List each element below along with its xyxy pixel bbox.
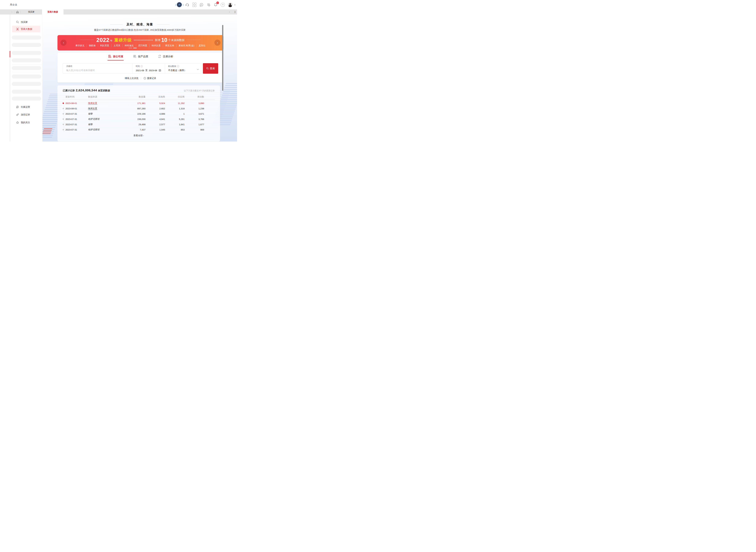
keyword-input[interactable]: 输入至少2位公司名称关键词	[66, 69, 129, 72]
timeline-dot	[62, 103, 64, 104]
banner-headline: ············· 2022 年 重磅升级 >>>>>>>>>>>>>>…	[57, 37, 223, 43]
product-search-icon	[133, 54, 137, 58]
calendar-icon	[159, 69, 161, 72]
notification-badge: 7	[216, 2, 219, 4]
timeline-dot	[62, 124, 64, 125]
timeline-dot	[62, 108, 64, 109]
sidebar-skeleton-item	[12, 75, 41, 79]
timeline-dot	[62, 113, 64, 115]
anchor-icon	[16, 27, 19, 30]
search-button[interactable]: 搜索	[203, 63, 218, 74]
continue-browsing-link[interactable]: 继续上次浏览	[125, 77, 139, 80]
table-row[interactable]: 2023-07-31 哈萨克斯坦 7,437 1,045 853 969	[63, 127, 215, 132]
headset-icon[interactable]	[185, 2, 189, 7]
view-all-link[interactable]: 查看全部›	[57, 134, 220, 137]
task-history-icon[interactable]	[206, 2, 211, 7]
apps-grid-icon[interactable]	[192, 2, 196, 7]
table-header: 更新时间 数据来源 数据量 采购商 供应商 类别数	[63, 96, 215, 98]
main-content: 及时、精准、海量 覆盖57个国家进口数据和44国出口数据,包含200个国家, 2…	[42, 14, 237, 142]
tab-back-button[interactable]: ‹	[10, 11, 14, 13]
shipping-data-field[interactable]: 船运数据 i 不含船运（推荐）	[165, 63, 201, 74]
banner-country: 尼日利亚	[136, 44, 149, 47]
analysis-icon	[158, 54, 162, 58]
pickaxe-icon	[16, 113, 19, 116]
ai-assistant-icon[interactable]: ( AI )	[176, 2, 182, 7]
records-note: 以下只显示最近3个月的更新记录	[184, 89, 215, 92]
banner-country: 利比里亚	[98, 44, 111, 47]
sidebar-item-my-follows[interactable]: 我的关注	[12, 119, 40, 126]
table-row[interactable]: 2023-08-01 纳米比亚 171,381 5,924 11,292 3,8…	[63, 101, 215, 106]
banner-country-list: 摩尔多瓦独联体利比里亚土耳其科特迪瓦尼日利亚纳米比亚博茨瓦纳莱索托 刚果(金)孟…	[57, 44, 223, 47]
hero-title-row: 及时、精准、海量	[42, 22, 237, 26]
table-row[interactable]: 2023-07-31 秘鲁 29,488 2,577 1,641 1,677	[63, 122, 215, 127]
sidebar-skeleton-item	[12, 43, 41, 47]
sidebar-skeleton-item	[12, 90, 41, 94]
search-card: 按公司查 按产品查	[57, 53, 223, 83]
page-title: 及时、精准、海量	[127, 22, 153, 26]
search-icon	[16, 21, 19, 24]
total-records-number: 2,624,006,544	[76, 89, 97, 92]
tab-find-buyers[interactable]: 找买家	[21, 9, 42, 14]
tab-trade-big-data[interactable]: 贸易大数据	[42, 9, 63, 14]
tab-more-icon[interactable]: ⋮	[234, 11, 236, 13]
whatsapp-icon[interactable]	[199, 2, 204, 7]
banner-added-count: 10	[161, 37, 167, 43]
banner-country: 莱索托 刚果(金)	[176, 44, 196, 47]
brand-text: 用企业	[10, 0, 17, 9]
banner-country: 孟加拉	[196, 44, 207, 47]
promo-banner[interactable]: ‹ › ············· 2022 年 重磅升级 >>>>>>>>>>…	[57, 35, 223, 50]
sidebar-item-trade-big-data[interactable]: 贸易大数据	[12, 26, 40, 32]
sidebar-skeleton-item	[12, 97, 41, 101]
time-range-field[interactable]: 时间 i 2021-09 至 2023-08	[132, 63, 165, 74]
table-row[interactable]: 2023-07-31 秘鲁 229,186 4,886 1 3,671	[63, 111, 215, 117]
sidebar-skeleton-item	[12, 66, 41, 70]
search-icon	[206, 67, 209, 70]
keyword-field[interactable]: 关键词 输入至少2位公司名称关键词	[63, 63, 132, 74]
table-row[interactable]: 2023-08-01 纳米比亚 897,260 2,602 1,318 1,23…	[63, 106, 215, 111]
company-search-icon	[108, 54, 112, 58]
home-icon[interactable]	[14, 11, 20, 13]
chat-bubble-icon	[16, 105, 19, 109]
quick-links: 继续上次浏览 搜索记录	[57, 77, 223, 80]
banner-country: 摩尔多瓦	[73, 44, 87, 47]
tab-search-by-product[interactable]: 按产品查	[133, 54, 148, 60]
search-history-link[interactable]: 搜索记录	[144, 77, 156, 80]
sidebar: 找买家 贸易大数据 社媒运营	[10, 14, 42, 142]
shipping-select[interactable]: 不含船运（推荐）	[168, 69, 198, 72]
banner-country: 独联体	[87, 44, 98, 47]
page-subtitle: 覆盖57个国家进口数据和44国出口数据,包含200个国家, 26亿条贸易数据,4…	[42, 29, 237, 31]
records-card: 已累计记录 2,624,006,544 条贸易数据 以下只显示最近3个月的更新记…	[57, 86, 220, 141]
header-icons: ( AI )	[176, 0, 236, 9]
banner-pager[interactable]	[129, 48, 137, 48]
banner-country: 土耳其	[111, 44, 123, 47]
time-info-icon[interactable]: i	[141, 65, 143, 67]
sidebar-item-find-buyers[interactable]: 找买家	[12, 19, 40, 25]
search-form: 关键词 输入至少2位公司名称关键词 时间 i 2021-09 至 2023-08	[63, 63, 218, 74]
table-row[interactable]: 2023-07-31 哈萨克斯坦 156,030 4,641 5,281 3,7…	[63, 117, 215, 122]
banner-country: 科特迪瓦	[123, 44, 136, 47]
top-header: 用企业 ( AI )	[0, 0, 237, 9]
account-chevron-down-icon[interactable]: ∨	[234, 4, 236, 6]
chevron-down-icon	[197, 69, 199, 70]
help-icon[interactable]: ?	[220, 2, 225, 7]
shipping-info-icon[interactable]: i	[177, 65, 179, 67]
tab-search-by-company[interactable]: 按公司查	[108, 54, 123, 60]
sidebar-item-deep-dig-records[interactable]: 深挖记录	[12, 111, 40, 118]
banner-country: 纳米比亚	[149, 44, 163, 47]
time-range-value[interactable]: 2021-09 至 2023-08	[136, 69, 162, 72]
banner-year: 2022	[97, 37, 110, 43]
timeline-dot	[62, 129, 64, 130]
avatar[interactable]	[228, 2, 233, 7]
banner-upgrade-label: 重磅升级	[114, 37, 132, 43]
page-scrollbar-thumb[interactable]	[222, 25, 223, 91]
banner-country: 博茨瓦纳	[163, 44, 176, 47]
sidebar-skeleton-item	[12, 51, 41, 55]
tab-transaction-analysis[interactable]: 交易分析	[158, 54, 173, 60]
notifications-bell-icon[interactable]: 7	[213, 2, 218, 7]
tab-forward-button[interactable]: ›	[227, 11, 232, 13]
clock-icon	[144, 77, 146, 80]
records-table: 2023-08-01 纳米比亚 171,381 5,924 11,292 3,8…	[63, 101, 215, 132]
timeline-dot	[62, 118, 64, 120]
browser-tabstrip: ‹ 找买家 贸易大数据 › ⋮	[0, 9, 237, 14]
sidebar-item-social-media[interactable]: 社媒运营	[12, 104, 40, 110]
